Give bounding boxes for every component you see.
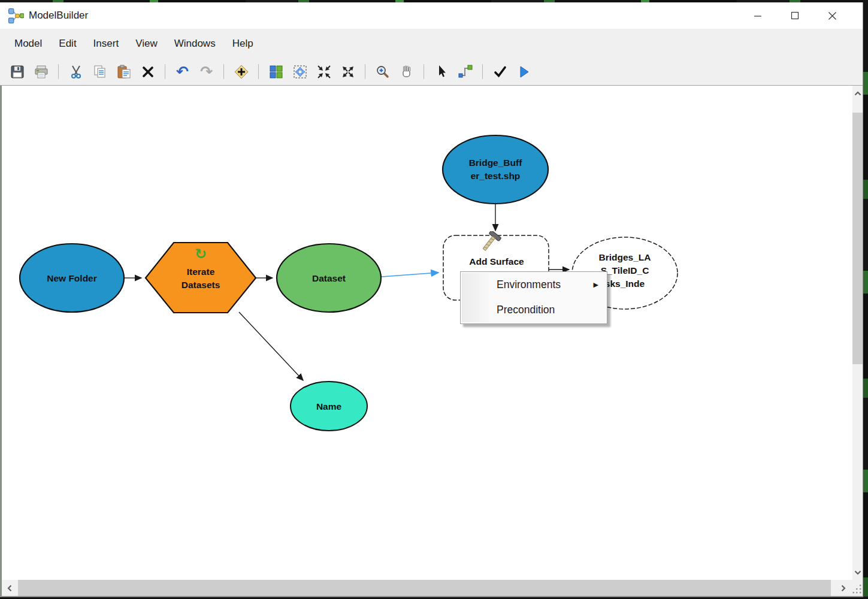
zoom-in-icon: [375, 64, 391, 80]
window-border-bottom: [0, 596, 863, 597]
chevron-up-icon: [854, 91, 861, 96]
context-menu-item-label: Environments: [497, 279, 561, 291]
add-connection-button[interactable]: [456, 63, 474, 81]
cut-button[interactable]: [67, 63, 84, 81]
menu-view[interactable]: View: [127, 29, 166, 58]
modelbuilder-logo-icon: [8, 8, 24, 24]
submenu-arrow-icon: ▶: [594, 272, 598, 297]
fixed-zoom-out-button[interactable]: [339, 63, 356, 81]
select-button[interactable]: [433, 63, 450, 81]
delete-button[interactable]: [139, 63, 156, 81]
cut-icon: [68, 64, 84, 80]
delete-icon: [140, 64, 156, 80]
fixed-zoom-in-button[interactable]: [315, 63, 332, 81]
context-menu: Environments ▶ Precondition: [460, 271, 607, 324]
menu-model[interactable]: Model: [6, 29, 50, 58]
context-menu-item-label: Precondition: [497, 304, 555, 316]
copy-button[interactable]: [91, 63, 108, 81]
node-name[interactable]: Name: [291, 382, 367, 431]
save-button[interactable]: [8, 63, 26, 81]
horizontal-scroll-thumb[interactable]: [18, 580, 831, 596]
chevron-left-icon: [7, 585, 12, 592]
close-button[interactable]: [813, 2, 851, 29]
resize-grip[interactable]: [852, 580, 863, 596]
print-icon: [34, 64, 49, 80]
node-iterate-datasets[interactable]: ↻ Iterate Datasets: [146, 243, 256, 313]
toolbar-separator: [424, 64, 424, 79]
redo-button[interactable]: ↷: [198, 63, 215, 81]
print-button[interactable]: [32, 63, 50, 81]
node-iterate-label-line2: Datasets: [182, 280, 220, 290]
maximize-button[interactable]: [776, 2, 813, 29]
fixed-zoom-out-icon: [340, 64, 356, 80]
menu-edit[interactable]: Edit: [50, 29, 84, 58]
scroll-right-button[interactable]: [836, 580, 851, 596]
copy-icon: [92, 64, 108, 80]
node-bridge-buffer-label-line2: er_test.shp: [471, 171, 521, 181]
minimize-button[interactable]: [739, 2, 776, 29]
undo-button[interactable]: ↶: [174, 63, 191, 81]
node-dataset-label: Dataset: [312, 273, 346, 283]
horizontal-scrollbar[interactable]: [2, 580, 852, 596]
node-bridges-label-line1: Bridges_LA: [599, 252, 651, 262]
undo-icon: ↶: [176, 64, 189, 79]
node-add-surface-label-line1: Add Surface: [469, 256, 524, 267]
context-menu-item-precondition[interactable]: Precondition: [461, 297, 607, 322]
node-bridges-label-line2: S_TileID_C: [601, 265, 649, 276]
menu-windows[interactable]: Windows: [166, 29, 224, 58]
toolbar-separator: [482, 64, 483, 79]
node-new-folder[interactable]: New Folder: [20, 244, 124, 312]
full-extent-icon: [292, 64, 308, 80]
full-extent-button[interactable]: [291, 63, 309, 81]
zoom-in-button[interactable]: [374, 63, 391, 81]
scroll-left-button[interactable]: [2, 580, 17, 596]
node-iterate-label-line1: Iterate: [187, 267, 215, 277]
node-dataset[interactable]: Dataset: [277, 244, 381, 312]
toolbar-separator: [223, 64, 224, 79]
fixed-zoom-in-icon: [316, 64, 332, 80]
pan-icon: [399, 64, 415, 80]
redo-icon: ↷: [200, 64, 213, 79]
add-data-button[interactable]: [232, 63, 250, 81]
iterate-loop-icon: ↻: [195, 246, 207, 262]
add-data-icon: [234, 64, 249, 80]
desktop-strip-right: [863, 0, 868, 599]
window-title: ModelBuilder: [29, 10, 88, 22]
auto-layout-button[interactable]: [267, 63, 285, 81]
menu-insert[interactable]: Insert: [85, 29, 128, 58]
add-connection-icon: [458, 64, 473, 80]
node-name-label: Name: [316, 401, 342, 412]
menu-help[interactable]: Help: [224, 29, 262, 58]
scroll-up-button[interactable]: [852, 86, 863, 101]
select-icon: [434, 64, 449, 80]
paste-button[interactable]: [115, 63, 132, 81]
connector-iterate-name: [239, 312, 303, 380]
toolbar-separator: [258, 64, 259, 79]
connector-dataset-addsurface: [382, 273, 438, 277]
model-canvas[interactable]: New Folder ↻ Iterate Datasets Dataset Na…: [2, 86, 852, 580]
window-controls: [739, 2, 851, 29]
maximize-icon: [791, 11, 799, 20]
resize-grip-dots-icon: [852, 580, 863, 596]
node-new-folder-label: New Folder: [47, 273, 97, 283]
node-bridge-buffer-label-line1: Bridge_Buff: [469, 158, 523, 168]
validate-button[interactable]: [491, 63, 509, 81]
node-bridge-buffer[interactable]: Bridge_Buff er_test.shp: [443, 135, 548, 204]
context-menu-item-environments[interactable]: Environments ▶: [461, 272, 607, 297]
validate-icon: [492, 64, 508, 80]
vertical-scrollbar[interactable]: [852, 86, 863, 580]
vertical-scroll-thumb[interactable]: [852, 113, 863, 364]
run-button[interactable]: [515, 63, 533, 81]
chevron-right-icon: [841, 585, 846, 592]
toolbar-separator: [365, 64, 365, 79]
paste-icon: [116, 64, 132, 80]
pan-button[interactable]: [398, 63, 415, 81]
menu-bar: Model Edit Insert View Windows Help: [0, 29, 863, 58]
toolbar-separator: [58, 64, 59, 79]
model-diagram: New Folder ↻ Iterate Datasets Dataset Na…: [2, 86, 852, 580]
auto-layout-icon: [268, 64, 284, 80]
toolbar: ↶ ↷: [0, 58, 863, 86]
run-icon: [516, 64, 532, 80]
minimize-icon: [754, 11, 762, 20]
scroll-down-button[interactable]: [852, 565, 863, 580]
